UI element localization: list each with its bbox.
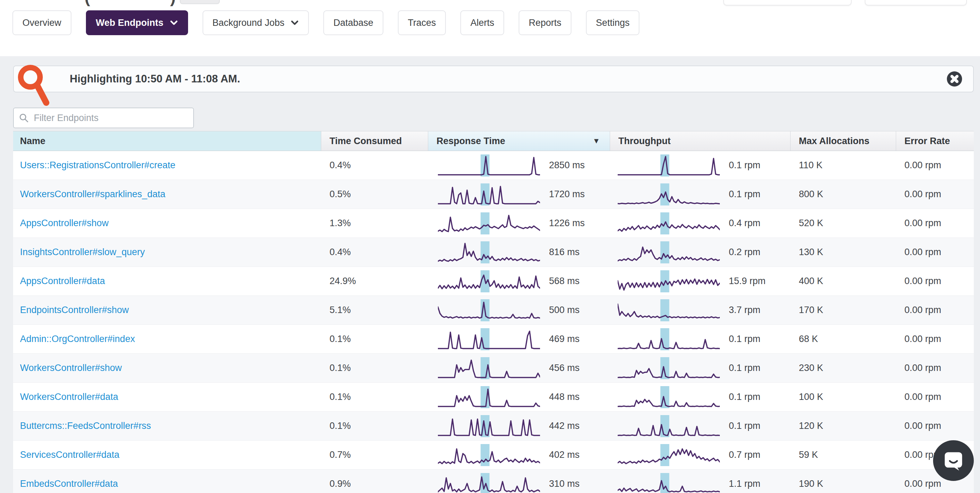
response-time-cell: 448 ms [428,386,610,408]
nav-tab-database[interactable]: Database [323,10,383,35]
response-time-sparkline [438,270,540,292]
throughput-sparkline [618,184,720,206]
clipped-button[interactable] [180,0,220,4]
response-time-value: 1720 ms [549,189,585,200]
endpoint-link[interactable]: AppsController#data [20,276,105,287]
column-header-throughput[interactable]: Throughput [610,132,791,151]
chat-widget-button[interactable] [933,440,974,481]
nav-tab-background-jobs[interactable]: Background Jobs [202,10,309,35]
time-consumed-value: 1.3% [329,218,351,228]
endpoint-link[interactable]: WorkersController#show [20,363,122,373]
endpoint-name-cell: Users::RegistrationsController#create [13,160,321,171]
endpoint-link[interactable]: EndpointsController#show [20,305,129,315]
response-time-sparkline [438,386,540,408]
nav-tab-traces[interactable]: Traces [398,10,446,35]
filter-endpoints-input[interactable] [33,113,188,124]
error-rate-value: 0.00 rpm [904,392,941,402]
throughput-cell: 0.1 rpm [610,415,791,437]
throughput-value: 0.4 rpm [729,218,760,228]
throughput-cell: 15.9 rpm [610,270,791,292]
column-header-error-rate[interactable]: Error Rate [896,132,974,151]
error-rate-value: 0.00 rpm [904,363,941,373]
error-rate-cell: 0.00 rpm [896,363,974,373]
clipped-timerange-control[interactable] [865,0,967,6]
throughput-sparkline [618,357,720,379]
column-header-name[interactable]: Name [13,132,321,151]
nav-tab-reports[interactable]: Reports [519,10,571,35]
nav-tab-label: Background Jobs [213,17,285,28]
throughput-value: 0.1 rpm [729,363,760,373]
response-time-value: 2850 ms [549,160,585,171]
time-consumed-value: 24.9% [329,276,356,287]
max-allocations-cell: 110 K [791,160,896,171]
response-time-cell: 816 ms [428,241,610,263]
time-consumed-cell: 0.4% [321,247,428,258]
time-consumed-cell: 0.1% [321,392,428,402]
column-header-time-consumed[interactable]: Time Consumed [321,132,428,151]
nav-tab-web-endpoints[interactable]: Web Endpoints [86,10,188,35]
column-header-label: Max Allocations [799,136,870,146]
error-rate-value: 0.00 rpm [904,334,941,344]
endpoint-link[interactable]: InsightsController#slow_query [20,247,145,258]
nav-tab-settings[interactable]: Settings [586,10,640,35]
table-row: Users::RegistrationsController#create 0.… [13,151,974,180]
endpoint-link[interactable]: EmbedsController#data [20,479,118,489]
response-time-sparkline [438,415,540,437]
endpoint-link[interactable]: WorkersController#sparklines_data [20,189,165,200]
endpoint-link[interactable]: Buttercms::FeedsController#rss [20,421,151,431]
response-time-cell: 568 ms [428,270,610,292]
max-allocations-value: 170 K [799,305,823,315]
time-consumed-cell: 0.9% [321,479,428,489]
throughput-value: 0.2 rpm [729,247,760,258]
time-consumed-cell: 0.1% [321,363,428,373]
nav-tab-label: Settings [596,17,630,28]
response-time-cell: 1226 ms [428,212,610,235]
highlight-banner: Highlighting 10:50 AM - 11:08 AM. [13,65,974,92]
column-header-response-time[interactable]: Response Time▼ [428,132,610,151]
endpoint-name-cell: WorkersController#show [13,363,321,373]
error-rate-value: 0.00 rpm [904,421,941,431]
endpoint-link[interactable]: Admin::OrgController#index [20,334,135,344]
time-consumed-value: 0.1% [329,421,351,431]
search-icon [19,113,29,123]
chevron-down-icon [291,19,299,27]
sort-descending-icon[interactable]: ▼ [592,136,600,146]
nav-tab-overview[interactable]: Overview [13,10,72,35]
endpoint-link[interactable]: ServicesController#data [20,450,119,460]
error-rate-cell: 0.00 rpm [896,479,974,489]
column-header-max-allocations[interactable]: Max Allocations [791,132,896,151]
endpoint-link[interactable]: WorkersController#data [20,392,118,402]
throughput-value: 0.1 rpm [729,334,760,344]
throughput-sparkline [618,386,720,408]
max-allocations-cell: 130 K [791,247,896,258]
endpoint-name-cell: WorkersController#sparklines_data [13,189,321,200]
max-allocations-cell: 190 K [791,479,896,489]
table-row: WorkersController#show 0.1% 456 ms 0.1 r… [13,354,974,383]
clear-highlight-button[interactable] [947,71,962,87]
throughput-sparkline [618,270,720,292]
time-consumed-cell: 0.1% [321,334,428,344]
time-consumed-cell: 5.1% [321,305,428,315]
endpoint-link[interactable]: AppsController#show [20,218,109,228]
column-header-label: Time Consumed [329,136,402,146]
chat-bubble-icon [943,450,964,471]
response-time-value: 442 ms [549,421,580,431]
throughput-cell: 0.1 rpm [610,328,791,350]
throughput-sparkline [618,154,720,176]
clipped-timerange-control[interactable] [723,0,852,6]
max-allocations-cell: 120 K [791,421,896,431]
column-header-label: Response Time [436,136,505,146]
table-body: Users::RegistrationsController#create 0.… [13,151,974,493]
filter-endpoints-box [13,108,194,128]
error-rate-value: 0.00 rpm [904,305,941,315]
endpoint-link[interactable]: Users::RegistrationsController#create [20,160,175,171]
time-consumed-cell: 1.3% [321,218,428,228]
response-time-value: 469 ms [549,334,580,344]
throughput-cell: 0.4 rpm [610,212,791,235]
throughput-sparkline [618,473,720,493]
error-rate-value: 0.00 rpm [904,160,941,171]
nav-tab-alerts[interactable]: Alerts [460,10,504,35]
response-time-value: 402 ms [549,450,580,460]
max-allocations-value: 400 K [799,276,823,287]
throughput-sparkline [618,299,720,321]
